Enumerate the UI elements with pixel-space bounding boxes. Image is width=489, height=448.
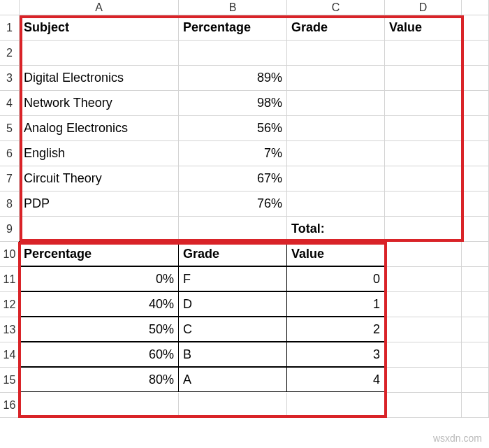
col-header-c[interactable]: C	[287, 0, 385, 15]
cell-a10[interactable]: Percentage	[19, 241, 179, 266]
cell-d7[interactable]	[385, 166, 462, 192]
cell-d13[interactable]	[385, 317, 462, 342]
cell-b6[interactable]: 7%	[179, 141, 287, 166]
cell-a14[interactable]: 60%	[19, 342, 179, 367]
cell-e6[interactable]	[462, 141, 489, 166]
cell-a3[interactable]: Digital Electronics	[20, 66, 179, 91]
cell-c6[interactable]	[287, 141, 385, 166]
cell-b2[interactable]	[179, 41, 287, 66]
cell-d4[interactable]	[385, 91, 462, 116]
cell-e4[interactable]	[462, 91, 489, 116]
row-header-13[interactable]: 13	[0, 317, 20, 342]
cell-a15[interactable]: 80%	[19, 367, 179, 392]
cell-e9[interactable]	[462, 217, 489, 242]
cell-b13[interactable]: C	[178, 317, 287, 342]
cell-a16[interactable]	[20, 393, 179, 418]
cell-b7[interactable]: 67%	[179, 166, 287, 192]
row-header-16[interactable]: 16	[0, 393, 20, 418]
row-header-14[interactable]: 14	[0, 342, 20, 368]
cell-b1[interactable]: Percentage	[179, 15, 287, 41]
cell-d9[interactable]	[385, 217, 462, 242]
cell-b15[interactable]: A	[178, 367, 287, 392]
cell-e3[interactable]	[462, 66, 489, 91]
cell-e5[interactable]	[462, 116, 489, 141]
row-header-10[interactable]: 10	[0, 242, 20, 267]
cell-a7[interactable]: Circuit Theory	[20, 166, 179, 192]
cell-e10[interactable]	[462, 242, 489, 267]
col-header-b[interactable]: B	[179, 0, 287, 15]
row-header-12[interactable]: 12	[0, 292, 20, 317]
cell-b14[interactable]: B	[178, 342, 287, 367]
row-header-8[interactable]: 8	[0, 192, 20, 217]
cell-c12[interactable]: 1	[286, 291, 385, 317]
cell-c15[interactable]: 4	[286, 367, 385, 392]
cell-a13[interactable]: 50%	[19, 317, 179, 342]
cell-d2[interactable]	[385, 41, 462, 66]
cell-c4[interactable]	[287, 91, 385, 116]
cell-e7[interactable]	[462, 166, 489, 192]
cell-d14[interactable]	[385, 342, 462, 368]
cell-e2[interactable]	[462, 41, 489, 66]
cell-a2[interactable]	[20, 41, 179, 66]
cell-e12[interactable]	[462, 292, 489, 317]
cell-e15[interactable]	[462, 368, 489, 393]
cell-d5[interactable]	[385, 116, 462, 141]
cell-a12[interactable]: 40%	[19, 291, 179, 317]
cell-c9[interactable]: Total:	[287, 217, 385, 242]
cell-d11[interactable]	[385, 267, 462, 292]
row-header-15[interactable]: 15	[0, 368, 20, 393]
cell-e1[interactable]	[462, 15, 489, 41]
cell-d15[interactable]	[385, 368, 462, 393]
cell-c1[interactable]: Grade	[287, 15, 385, 41]
cell-d6[interactable]	[385, 141, 462, 166]
cell-e16[interactable]	[462, 393, 489, 418]
cell-b10[interactable]: Grade	[178, 241, 287, 266]
cell-a1[interactable]: Subject	[20, 15, 179, 41]
cell-b3[interactable]: 89%	[179, 66, 287, 91]
cell-b9[interactable]	[179, 217, 287, 242]
cell-d10[interactable]	[385, 242, 462, 267]
cell-d1[interactable]: Value	[385, 15, 462, 41]
row-header-4[interactable]: 4	[0, 91, 20, 116]
cell-b4[interactable]: 98%	[179, 91, 287, 116]
cell-c16[interactable]	[287, 393, 385, 418]
row-header-9[interactable]: 9	[0, 217, 20, 242]
row-header-3[interactable]: 3	[0, 66, 20, 91]
row-header-7[interactable]: 7	[0, 166, 20, 192]
cell-c5[interactable]	[287, 116, 385, 141]
cell-a11[interactable]: 0%	[19, 266, 179, 291]
cell-d16[interactable]	[385, 393, 462, 418]
cell-c11[interactable]: 0	[286, 266, 385, 291]
cell-a5[interactable]: Analog Electronics	[20, 116, 179, 141]
row-header-1[interactable]: 1	[0, 15, 20, 41]
cell-c13[interactable]: 2	[286, 317, 385, 342]
cell-e14[interactable]	[462, 342, 489, 368]
cell-c10[interactable]: Value	[286, 241, 385, 266]
cell-e13[interactable]	[462, 317, 489, 342]
row-header-11[interactable]: 11	[0, 267, 20, 292]
cell-d12[interactable]	[385, 292, 462, 317]
cell-d3[interactable]	[385, 66, 462, 91]
cell-a6[interactable]: English	[20, 141, 179, 166]
cell-b12[interactable]: D	[178, 291, 287, 317]
cell-b8[interactable]: 76%	[179, 192, 287, 217]
row-header-5[interactable]: 5	[0, 116, 20, 141]
cell-c2[interactable]	[287, 41, 385, 66]
cell-a9[interactable]	[20, 217, 179, 242]
cell-e11[interactable]	[462, 267, 489, 292]
col-header-d[interactable]: D	[385, 0, 462, 15]
row-header-6[interactable]: 6	[0, 141, 20, 166]
cell-e8[interactable]	[462, 192, 489, 217]
cell-c7[interactable]	[287, 166, 385, 192]
col-header-a[interactable]: A	[20, 0, 179, 15]
cell-b11[interactable]: F	[178, 266, 287, 291]
cell-c14[interactable]: 3	[286, 342, 385, 367]
cell-d8[interactable]	[385, 192, 462, 217]
cell-b16[interactable]	[179, 393, 287, 418]
cell-c8[interactable]	[287, 192, 385, 217]
cell-c3[interactable]	[287, 66, 385, 91]
row-header-2[interactable]: 2	[0, 41, 20, 66]
cell-b5[interactable]: 56%	[179, 116, 287, 141]
cell-a8[interactable]: PDP	[20, 192, 179, 217]
cell-a4[interactable]: Network Theory	[20, 91, 179, 116]
